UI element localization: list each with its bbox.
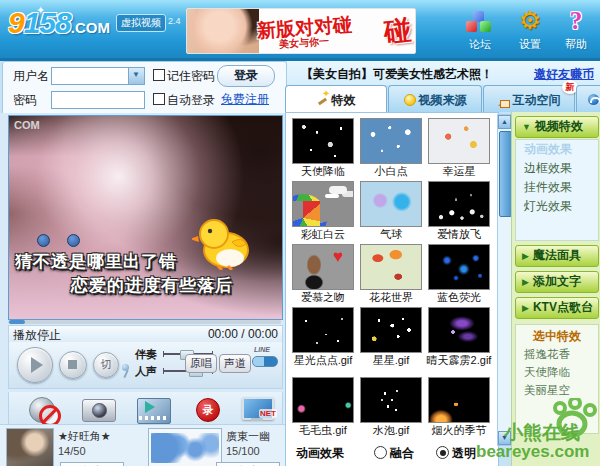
effects-scrollbar[interactable] (497, 114, 512, 446)
tab-effects[interactable]: 特效 (285, 85, 387, 113)
room-thumbnail[interactable] (6, 428, 54, 466)
karaoke-line-2: 恋爱的进度有些落后 (71, 274, 233, 297)
radio-blend[interactable] (374, 446, 387, 459)
sidebar-item-border-effects[interactable]: 边框效果 (516, 159, 598, 178)
logo-subtitle: 虚拟视频 (116, 14, 166, 32)
room-name: 廣東一幽 (226, 429, 270, 444)
password-input[interactable] (51, 91, 145, 109)
selected-effect-item[interactable]: 天使降临 (516, 363, 598, 381)
effect-thumb-flower-world (360, 244, 422, 290)
effect-label: 爱慕之吻 (290, 291, 356, 304)
login-button[interactable]: 登录 (217, 65, 275, 87)
effect-thumb-fireworks (428, 377, 490, 423)
scroll-up-arrow[interactable] (498, 115, 511, 129)
room-thumbnail[interactable] (148, 428, 222, 466)
selected-effect-item[interactable]: 美丽星空 (516, 381, 598, 399)
selected-effect-item[interactable]: 摇逸花香 (516, 345, 598, 363)
net-broadcast-button[interactable]: NET (237, 395, 277, 425)
record-icon: 录 (196, 398, 220, 422)
sidebar-section-magic-mask[interactable]: ▶魔法面具 (515, 245, 599, 267)
sidebar-item-pendant-effects[interactable]: 挂件效果 (516, 178, 598, 197)
play-button[interactable] (17, 347, 53, 383)
tab-ktv[interactable]: KTV (576, 85, 600, 112)
vocal-label: 人声 (135, 364, 157, 379)
camera-lens-icon (92, 403, 107, 418)
nav-forum[interactable]: 论坛 (458, 10, 502, 52)
effect-item[interactable]: 蓝色荧光 (426, 244, 492, 304)
original-vocal-button[interactable]: 原唱 (185, 354, 217, 373)
enter-room-button[interactable]: 进入房间 (60, 462, 124, 466)
effect-label: 烟火的季节 (426, 424, 492, 437)
effect-label: 气球 (358, 228, 424, 241)
effect-item[interactable]: 气球 (358, 181, 424, 241)
nav-settings-label: 设置 (508, 37, 552, 52)
effect-thumb-starlight-dots (292, 307, 354, 353)
remember-password-checkbox[interactable] (153, 69, 165, 81)
triangle-right-icon: ▶ (522, 277, 529, 287)
effect-item[interactable]: 毛毛虫.gif (290, 377, 356, 437)
nav-settings[interactable]: 设置 (508, 10, 552, 52)
video-seekbar[interactable] (8, 320, 281, 324)
radio-transparent[interactable] (436, 446, 449, 459)
tab-interactive-space[interactable]: 互动空间 新 (483, 85, 575, 112)
blend-option[interactable]: 融合 (374, 445, 414, 462)
effect-thumb-stars (360, 307, 422, 353)
playback-time: 00:00 / 00:00 (208, 327, 278, 341)
karaoke-dot-icon (37, 234, 50, 247)
sidebar-section-ktv[interactable]: ▶KTV点歌台 (515, 297, 599, 319)
logo-158: 158 (24, 6, 71, 39)
ad-banner[interactable]: 新版对对碰 美女与你一 碰 (186, 8, 416, 54)
effect-item[interactable]: 星光点点.gif (290, 307, 356, 367)
effect-item[interactable]: 天使降临 (290, 118, 356, 178)
camera-disable-button[interactable] (23, 395, 63, 425)
effect-item[interactable]: 晴天霹雳2.gif (426, 307, 492, 367)
video-effects-button[interactable] (133, 395, 173, 425)
switch-button[interactable]: 切 (93, 352, 119, 378)
effect-thumb-kiss-girl (292, 244, 354, 290)
free-register-link[interactable]: 免费注册 (221, 91, 269, 108)
effect-thumb-balloons (360, 181, 422, 227)
sidebar-section-video-effects[interactable]: ▼视频特效 (515, 116, 599, 138)
effect-item[interactable]: 爱情放飞 (426, 181, 492, 241)
autologin-checkbox[interactable] (153, 93, 165, 105)
effect-item[interactable]: 星星.gif (358, 307, 424, 367)
seekbar-handle[interactable] (9, 320, 25, 324)
line-in-toggle[interactable]: LINE (252, 348, 278, 370)
enter-room-button[interactable]: 进入房间 (216, 462, 280, 466)
effect-item[interactable]: 花花世界 (358, 244, 424, 304)
tab-video-source[interactable]: 视频来源 (388, 85, 482, 112)
record-button[interactable]: 录 (187, 395, 227, 425)
username-input[interactable] (51, 67, 145, 85)
effect-label: 彩虹白云 (290, 228, 356, 241)
snapshot-button[interactable] (79, 395, 119, 425)
film-arrow-icon (145, 401, 155, 413)
audio-channel-button[interactable]: 声道 (219, 354, 251, 373)
tab-effects-label: 特效 (332, 93, 356, 107)
effect-item[interactable]: 水泡.gif (358, 377, 424, 437)
nav-forum-label: 论坛 (458, 37, 502, 52)
stop-button[interactable] (59, 351, 87, 379)
invite-friends-link[interactable]: 邀好友赚币 (534, 66, 594, 83)
scroll-down-arrow[interactable] (498, 431, 511, 445)
effect-item[interactable]: 烟火的季节 (426, 377, 492, 437)
nav-help[interactable]: 帮助 (554, 10, 598, 52)
effect-label: 星星.gif (358, 354, 424, 367)
sidebar-item-animation-effects[interactable]: 动画效果 (516, 140, 598, 159)
chevron-down-icon[interactable] (128, 68, 144, 84)
effect-label: 毛毛虫.gif (290, 424, 356, 437)
autologin-label: 自动登录 (167, 92, 215, 109)
section-label: 视频特效 (535, 119, 583, 133)
effect-item[interactable]: 幸运星 (426, 118, 492, 178)
effect-item[interactable]: 小白点 (358, 118, 424, 178)
sidebar-item-light-effects[interactable]: 灯光效果 (516, 197, 598, 216)
effect-item[interactable]: 彩虹白云 (290, 181, 356, 241)
sidebar-section-add-text[interactable]: ▶添加文字 (515, 271, 599, 293)
video-watermark: COM (14, 119, 40, 131)
sparkle-icon: ✦ (36, 4, 45, 17)
effect-thumb-white-dots (360, 118, 422, 164)
right-sidebar: ▼视频特效 动画效果 边框效果 挂件效果 灯光效果 ▶魔法面具 ▶添加文字 ▶K… (511, 112, 600, 466)
transparent-option[interactable]: 透明 (436, 445, 476, 462)
tab-video-source-label: 视频来源 (419, 93, 467, 107)
effect-thumb-angels-night (292, 118, 354, 164)
effect-item[interactable]: 爱慕之吻 (290, 244, 356, 304)
